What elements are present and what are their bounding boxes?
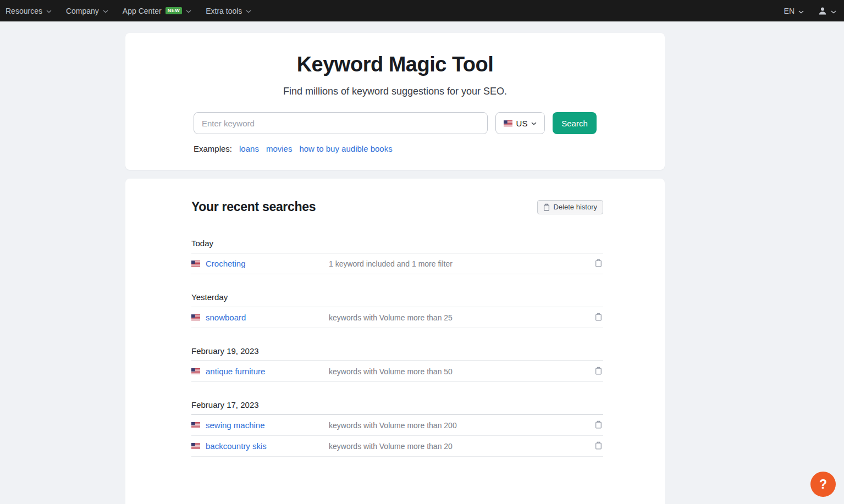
examples-label: Examples: — [194, 144, 232, 153]
chevron-down-icon — [798, 7, 804, 15]
user-menu[interactable] — [818, 7, 836, 15]
search-form: US Search — [194, 112, 597, 134]
recent-filters: keywords with Volume more than 200 — [329, 421, 594, 430]
us-flag-icon — [191, 261, 200, 267]
recent-search-group: Today Crocheting 1 keyword included and … — [191, 239, 603, 274]
delete-row-button[interactable] — [594, 419, 603, 431]
date-label: Yesterday — [191, 292, 603, 307]
user-icon — [818, 7, 827, 15]
nav-item-label: Resources — [5, 7, 42, 15]
nav-right: EN — [784, 7, 836, 15]
recent-searches-card: Your recent searches Delete history Toda… — [125, 179, 665, 504]
chevron-down-icon — [46, 10, 52, 13]
country-value: US — [516, 119, 528, 128]
delete-row-button[interactable] — [594, 312, 603, 324]
recent-search-group: Yesterday snowboard keywords with Volume… — [191, 292, 603, 328]
trash-icon — [595, 259, 602, 269]
recent-keyword-link[interactable]: sewing machine — [206, 420, 265, 430]
chevron-down-icon — [186, 10, 191, 13]
nav-menu: Resources Company App Center NEW Extra t… — [5, 7, 251, 15]
recent-search-row: backcountry skis keywords with Volume mo… — [191, 436, 603, 457]
us-flag-icon — [191, 314, 200, 320]
date-label: Today — [191, 239, 603, 253]
recent-header: Your recent searches Delete history — [191, 200, 603, 214]
recent-searches-title: Your recent searches — [191, 200, 316, 214]
chevron-down-icon — [246, 10, 251, 13]
language-label: EN — [784, 7, 795, 15]
new-badge: NEW — [166, 7, 183, 14]
delete-history-label: Delete history — [554, 203, 597, 211]
nav-item[interactable]: Resources — [5, 7, 52, 15]
keyword-cell: antique furniture — [191, 367, 329, 376]
recent-search-row: Crocheting 1 keyword included and 1 more… — [191, 253, 603, 274]
example-keyword-link[interactable]: movies — [266, 144, 293, 153]
country-select[interactable]: US — [495, 112, 545, 134]
delete-row-button[interactable] — [594, 258, 603, 270]
recent-filters: keywords with Volume more than 20 — [329, 442, 594, 451]
recent-keyword-link[interactable]: snowboard — [206, 313, 246, 322]
trash-icon — [595, 420, 602, 430]
nav-item[interactable]: Extra tools — [206, 7, 251, 15]
delete-row-button[interactable] — [594, 440, 603, 452]
us-flag-icon — [191, 422, 200, 428]
group-rows: snowboard keywords with Volume more than… — [191, 307, 603, 328]
recent-search-row: snowboard keywords with Volume more than… — [191, 307, 603, 328]
nav-item-label: Company — [66, 7, 99, 15]
group-rows: Crocheting 1 keyword included and 1 more… — [191, 253, 603, 274]
help-button[interactable]: ? — [810, 472, 836, 497]
group-rows: antique furniture keywords with Volume m… — [191, 361, 603, 382]
page-title: Keyword Magic Tool — [194, 53, 597, 76]
keyword-cell: sewing machine — [191, 420, 329, 430]
recent-keyword-link[interactable]: backcountry skis — [206, 441, 267, 451]
trash-icon — [595, 441, 602, 451]
recent-groups: Today Crocheting 1 keyword included and … — [191, 239, 603, 457]
chevron-down-icon — [103, 10, 108, 13]
recent-keyword-link[interactable]: antique furniture — [206, 367, 265, 376]
us-flag-icon — [504, 120, 512, 126]
recent-filters: 1 keyword included and 1 more filter — [329, 259, 594, 268]
group-rows: sewing machine keywords with Volume more… — [191, 415, 603, 457]
delete-row-button[interactable] — [594, 365, 603, 378]
date-label: February 17, 2023 — [191, 400, 603, 415]
recent-filters: keywords with Volume more than 25 — [329, 313, 594, 322]
page-subtitle: Find millions of keyword suggestions for… — [194, 86, 597, 97]
example-links: Examples: loans movies how to buy audibl… — [194, 144, 597, 153]
example-keyword-link[interactable]: loans — [239, 144, 259, 153]
date-label: February 19, 2023 — [191, 346, 603, 361]
recent-search-group: February 19, 2023 antique furniture keyw… — [191, 346, 603, 382]
recent-search-row: antique furniture keywords with Volume m… — [191, 361, 603, 382]
recent-search-row: sewing machine keywords with Volume more… — [191, 415, 603, 436]
trash-icon — [595, 367, 602, 376]
recent-filters: keywords with Volume more than 50 — [329, 367, 594, 376]
search-button[interactable]: Search — [553, 112, 597, 134]
nav-item[interactable]: Company — [66, 7, 108, 15]
keyword-cell: Crocheting — [191, 259, 329, 268]
keyword-input[interactable] — [194, 112, 488, 134]
top-nav: Resources Company App Center NEW Extra t… — [0, 0, 844, 21]
keyword-cell: backcountry skis — [191, 441, 329, 451]
nav-item-label: App Center — [123, 7, 162, 15]
example-keyword-link[interactable]: how to buy audible books — [299, 144, 392, 153]
trash-icon — [595, 313, 602, 323]
delete-history-button[interactable]: Delete history — [537, 200, 603, 214]
nav-item-label: Extra tools — [206, 7, 242, 15]
recent-keyword-link[interactable]: Crocheting — [206, 259, 246, 268]
nav-item[interactable]: App Center NEW — [123, 7, 191, 15]
chevron-down-icon — [831, 7, 836, 15]
recent-search-group: February 17, 2023 sewing machine keyword… — [191, 400, 603, 457]
trash-icon — [543, 203, 550, 211]
chevron-down-icon — [531, 122, 537, 125]
keyword-magic-card: Keyword Magic Tool Find millions of keyw… — [125, 33, 665, 170]
us-flag-icon — [191, 443, 200, 449]
language-switcher[interactable]: EN — [784, 7, 804, 15]
us-flag-icon — [191, 368, 200, 374]
keyword-cell: snowboard — [191, 313, 329, 322]
